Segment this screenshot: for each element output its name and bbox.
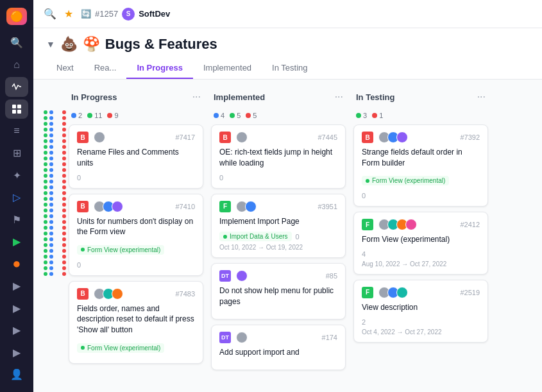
card-avatars — [236, 270, 248, 282]
card-title: Strange fields default order in Form bui… — [362, 147, 480, 169]
chevron-right-2-icon[interactable]: ▶ — [5, 298, 28, 318]
chevron-right-1-icon[interactable]: ▶ — [5, 277, 28, 296]
card-tag: Form View (experimental) — [77, 343, 164, 353]
svg-rect-2 — [12, 110, 16, 114]
avatar-3 — [112, 201, 123, 212]
issue-num: #7483 — [175, 290, 195, 298]
issue-num: #7410 — [175, 203, 195, 210]
avatar-1 — [236, 132, 248, 143]
play-circle-icon[interactable]: ▶ — [5, 232, 28, 252]
card-2412[interactable]: F #2412 Form View (experimental) 4 Aug 1… — [353, 212, 488, 275]
chevron-right-3-icon[interactable]: ▶ — [5, 321, 28, 341]
star-button[interactable]: ★ — [64, 8, 73, 20]
chevron-right-4-icon[interactable]: ▶ — [5, 343, 28, 362]
card-title: Implement Import Page — [219, 216, 337, 227]
content-area: ▼ 💩 🍄 Bugs & Features Next Rea... In Pro… — [33, 28, 542, 392]
nav-in-progress[interactable]: In Progress — [126, 58, 193, 79]
card-85[interactable]: DT #85 Do not show help menu for public … — [211, 263, 346, 320]
triangle-icon[interactable]: ▷ — [5, 188, 28, 208]
avatar-1 — [236, 332, 248, 343]
column-in-testing: In Testing ··· 3 1 B — [353, 87, 488, 348]
column-in-progress-stats: 2 11 9 — [69, 112, 203, 124]
search-icon[interactable]: 🔍 — [5, 33, 28, 53]
card-count: 0 — [362, 192, 480, 200]
card-title: Rename Files and Comments units — [77, 147, 195, 169]
stat-green: 11 — [87, 112, 102, 119]
card-avatars — [378, 219, 417, 230]
avatar-1 — [94, 132, 105, 143]
board-icon[interactable] — [5, 99, 28, 119]
card-avatars — [236, 201, 257, 212]
issue-num: #3951 — [318, 203, 337, 210]
page-emoji1: 💩 — [60, 36, 78, 53]
issue-num: #7392 — [460, 133, 480, 141]
card-type-bug: B — [77, 132, 89, 143]
svg-rect-1 — [17, 105, 21, 108]
breadcrumb-issue: #1257 — [95, 9, 118, 19]
card-7483[interactable]: B #7483 Fields order, names and descript… — [69, 281, 203, 364]
card-title: Units for numbers don't display on the F… — [77, 216, 195, 238]
issue-num: #7417 — [175, 133, 195, 141]
card-date: Oct 4, 2022 → Oct 27, 2022 — [362, 328, 480, 336]
grid-icon[interactable]: ⊞ — [5, 144, 28, 164]
card-2519[interactable]: F #2519 View description 2 Oct 4, 2022 →… — [353, 280, 488, 343]
column-implemented-title: Implemented — [214, 92, 265, 102]
stat-green: 5 — [230, 112, 241, 119]
card-7417[interactable]: B #7417 Rename Files and Comments units … — [69, 124, 203, 189]
sidebar-logo[interactable]: 🟠 — [6, 8, 27, 25]
card-title: Fields order, names and description rese… — [77, 303, 195, 336]
avatar-3 — [396, 287, 408, 298]
column-implemented-header: Implemented ··· — [211, 87, 346, 107]
nav-implemented[interactable]: Implemented — [193, 58, 262, 79]
avatar-2 — [245, 201, 257, 212]
board-nav: Next Rea... In Progress Implemented In T… — [33, 58, 542, 80]
issue-num: #85 — [326, 272, 337, 280]
pulse-icon[interactable] — [5, 77, 28, 97]
card-type-bug: B — [219, 132, 231, 143]
stat-red: 1 — [372, 112, 383, 119]
issue-num: #174 — [322, 334, 337, 341]
card-count: 0 — [77, 174, 195, 182]
card-3951[interactable]: F #3951 Implement Import Page Import Dat… — [211, 194, 346, 259]
stat-blue: 2 — [71, 112, 82, 119]
flag-icon[interactable]: ⚑ — [5, 210, 28, 230]
dot-indicators — [44, 87, 66, 276]
nav-rea[interactable]: Rea... — [84, 58, 127, 79]
issue-num: #2412 — [460, 221, 480, 228]
column-in-progress: In Progress ··· 2 11 9 — [69, 87, 203, 369]
card-tag: Form View (experimental) — [77, 245, 164, 255]
dot-orange-icon[interactable]: ● — [5, 254, 28, 274]
search-button[interactable]: 🔍 — [44, 8, 56, 20]
nav-in-testing[interactable]: In Testing — [262, 58, 318, 79]
star-outline-icon[interactable]: ✦ — [5, 166, 28, 185]
card-174[interactable]: DT #174 Add support import and — [211, 325, 346, 370]
card-type-feature: F — [362, 287, 373, 298]
column-in-progress-menu[interactable]: ··· — [192, 91, 201, 103]
avatar: S — [122, 8, 135, 21]
column-in-testing-title: In Testing — [356, 92, 394, 102]
nav-next[interactable]: Next — [46, 58, 84, 79]
card-7392[interactable]: B #7392 Strange fields default order in … — [353, 124, 488, 207]
home-icon[interactable]: ⌂ — [5, 55, 28, 75]
avatar-3 — [112, 288, 123, 300]
card-type-bug: B — [362, 132, 373, 143]
card-avatars — [236, 132, 248, 143]
column-implemented: Implemented ··· 4 5 5 — [211, 87, 346, 375]
card-count: 2 — [362, 318, 480, 326]
card-avatars — [378, 132, 408, 143]
card-title: Form View (experimental) — [362, 234, 480, 245]
card-count: 0 — [77, 261, 195, 269]
column-in-testing-header: In Testing ··· — [353, 87, 488, 107]
stat-green: 3 — [356, 112, 367, 119]
collapse-icon[interactable]: ▼ — [46, 39, 55, 49]
stat-blue: 4 — [214, 112, 224, 119]
stat-red: 5 — [246, 112, 257, 119]
user-icon[interactable]: 👤 — [5, 365, 28, 385]
column-in-testing-menu[interactable]: ··· — [477, 91, 486, 103]
avatar-3 — [396, 132, 408, 143]
column-in-progress-header: In Progress ··· — [69, 87, 203, 107]
column-implemented-menu[interactable]: ··· — [335, 91, 343, 103]
menu-icon[interactable]: ≡ — [5, 121, 28, 141]
card-7445[interactable]: B #7445 OE: rich-text fields jump in hei… — [211, 124, 346, 189]
card-7410[interactable]: B #7410 Units for numbers don't display … — [69, 194, 203, 276]
